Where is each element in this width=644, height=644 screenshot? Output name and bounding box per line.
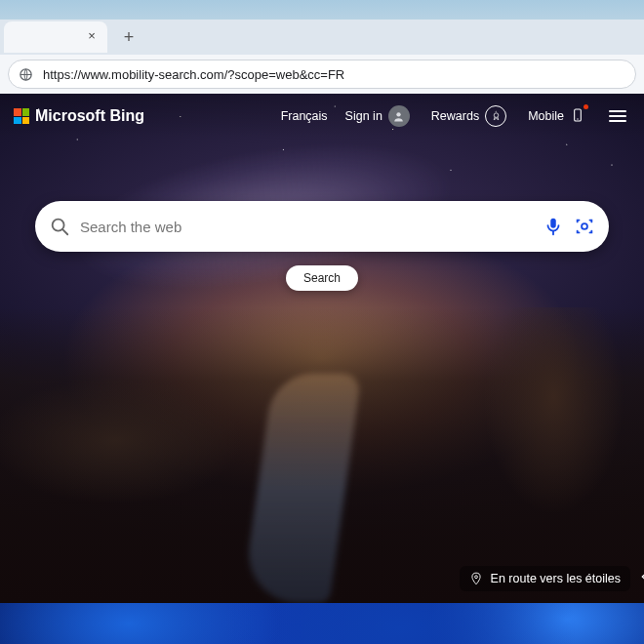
new-tab-button[interactable]: +	[115, 23, 142, 51]
location-pin-icon	[469, 572, 483, 585]
language-link[interactable]: Français	[281, 109, 328, 123]
svg-line-6	[62, 229, 67, 234]
search-box[interactable]	[35, 201, 609, 252]
search-button-label: Search	[303, 271, 341, 285]
svg-point-10	[474, 576, 477, 579]
search-icon	[49, 216, 70, 237]
hamburger-menu-icon[interactable]	[605, 106, 630, 126]
sign-in-label: Sign in	[345, 109, 382, 123]
bing-logo[interactable]: Microsoft Bing	[14, 107, 144, 125]
rewards-icon	[485, 105, 506, 127]
svg-point-2	[494, 112, 499, 117]
voice-search-icon[interactable]	[543, 216, 564, 237]
avatar-icon	[388, 105, 410, 127]
svg-point-4	[577, 118, 578, 119]
address-row: https://www.mobility-search.com/?scope=w…	[0, 55, 644, 94]
svg-point-1	[397, 112, 401, 116]
svg-point-9	[582, 223, 587, 229]
sign-in-link[interactable]: Sign in	[345, 105, 410, 127]
mobile-label: Mobile	[528, 109, 564, 123]
url-text[interactable]: https://www.mobility-search.com/?scope=w…	[43, 67, 344, 82]
site-info-icon[interactable]	[19, 67, 33, 82]
rewards-label: Rewards	[431, 109, 479, 123]
mobile-link[interactable]: Mobile	[528, 107, 585, 126]
image-credit-pill[interactable]: En route vers les étoiles	[460, 566, 630, 591]
svg-rect-7	[550, 219, 556, 228]
language-label: Français	[281, 109, 328, 123]
bing-header: Microsoft Bing Français Sign in Rewards …	[0, 94, 644, 139]
browser-tab[interactable]: ×	[4, 21, 107, 53]
tab-strip: × +	[0, 20, 644, 55]
image-search-icon[interactable]	[574, 216, 595, 237]
microsoft-logo-icon	[14, 108, 29, 124]
rewards-link[interactable]: Rewards	[431, 105, 506, 127]
page-content: Microsoft Bing Français Sign in Rewards …	[0, 94, 644, 603]
mobile-icon	[570, 107, 585, 126]
search-input[interactable]	[80, 219, 533, 235]
address-bar[interactable]: https://www.mobility-search.com/?scope=w…	[8, 60, 636, 89]
brand-name: Microsoft Bing	[35, 107, 144, 125]
image-credit-text: En route vers les étoiles	[491, 572, 621, 585]
search-button[interactable]: Search	[286, 265, 358, 291]
close-tab-icon[interactable]: ×	[84, 29, 100, 45]
windows-taskbar[interactable]	[0, 603, 644, 644]
prev-image-icon[interactable]	[630, 562, 644, 591]
